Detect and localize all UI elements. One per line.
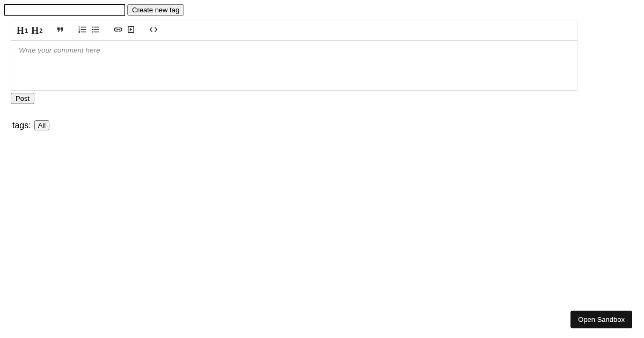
ordered-list-icon	[78, 25, 87, 36]
post-button[interactable]: Post	[11, 93, 34, 104]
editor-container: H1 H2	[11, 20, 577, 91]
toolbar-group-lists	[78, 25, 100, 36]
link-icon	[113, 25, 123, 36]
toolbar-group-code	[149, 25, 158, 36]
unordered-list-icon	[91, 25, 100, 36]
editor-toolbar: H1 H2	[11, 20, 577, 41]
heading-1-sub: 1	[25, 27, 28, 34]
heading-1-label: H	[17, 26, 24, 35]
video-icon	[126, 25, 136, 36]
tag-filter-all-button[interactable]: All	[34, 120, 49, 130]
top-row: Create new tag	[4, 4, 640, 16]
editor-placeholder: Write your comment here	[19, 46, 100, 54]
toolbar-group-quote	[55, 25, 65, 36]
code-icon	[149, 25, 158, 36]
heading-1-button[interactable]: H1	[17, 26, 28, 35]
code-block-button[interactable]	[149, 25, 158, 36]
tags-row: tags: All	[12, 120, 640, 130]
link-button[interactable]	[113, 25, 123, 36]
toolbar-group-media	[113, 25, 136, 36]
post-row: Post	[11, 93, 640, 104]
create-tag-button[interactable]: Create new tag	[127, 4, 184, 16]
heading-2-label: H	[31, 26, 39, 35]
heading-2-sub: 2	[39, 27, 42, 34]
toolbar-group-headings: H1 H2	[17, 26, 42, 35]
quote-icon	[55, 25, 65, 36]
editor-body[interactable]: Write your comment here	[11, 41, 577, 90]
ordered-list-button[interactable]	[78, 25, 87, 36]
unordered-list-button[interactable]	[91, 25, 100, 36]
tag-name-input[interactable]	[4, 4, 125, 16]
video-button[interactable]	[126, 25, 136, 36]
blockquote-button[interactable]	[55, 25, 65, 36]
heading-2-button[interactable]: H2	[31, 26, 42, 35]
tags-label: tags:	[12, 121, 31, 130]
